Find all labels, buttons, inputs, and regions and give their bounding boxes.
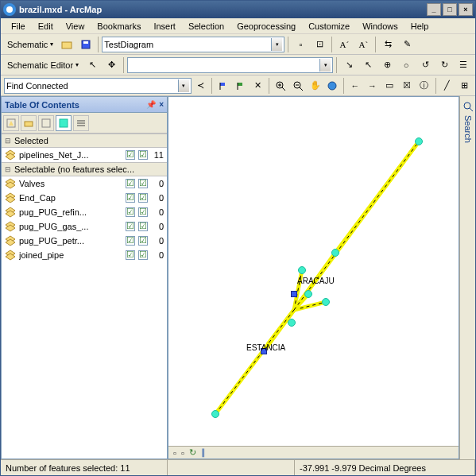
- map-label: ARACAJU: [297, 277, 335, 285]
- maximize-button[interactable]: □: [443, 3, 457, 16]
- menu-geoprocessing[interactable]: Geoprocessing: [231, 20, 301, 33]
- solve-icon[interactable]: ≺: [193, 77, 209, 95]
- t1-icon[interactable]: ╱: [439, 77, 455, 95]
- menu-help[interactable]: Help: [405, 20, 435, 33]
- decrease-text-icon[interactable]: A´: [335, 36, 353, 53]
- refresh-icon[interactable]: ↻: [189, 447, 196, 458]
- list-by-visibility-icon[interactable]: [38, 115, 54, 131]
- diagram-combo[interactable]: ▾: [102, 37, 284, 52]
- save-diagram-icon[interactable]: [77, 36, 95, 53]
- schematic-link-icon[interactable]: ⇆: [379, 36, 397, 53]
- toc-title: Table Of Contents: [5, 100, 79, 110]
- selectable-toggle[interactable]: [126, 179, 135, 188]
- selection-count: 0: [151, 222, 164, 231]
- toc-section[interactable]: Selected: [2, 134, 167, 148]
- flag-blue-icon[interactable]: [215, 77, 231, 95]
- menu-selection[interactable]: Selection: [183, 20, 230, 33]
- list-by-drawing-icon[interactable]: [3, 115, 19, 131]
- schematic-editor-menu[interactable]: Schematic Editor: [4, 59, 82, 72]
- menu-edit[interactable]: Edit: [33, 20, 59, 33]
- map-node: [322, 298, 330, 306]
- schematic-menu[interactable]: Schematic: [4, 38, 56, 51]
- visible-toggle[interactable]: [138, 236, 148, 246]
- toc-layer-row[interactable]: pug_PUG_petr...0: [2, 234, 167, 248]
- menu-windows[interactable]: Windows: [357, 20, 404, 33]
- selectable-toggle[interactable]: [126, 150, 135, 160]
- menu-view[interactable]: View: [60, 20, 91, 33]
- layout-view-tab[interactable]: ▫: [181, 448, 184, 458]
- edit-tool-icon[interactable]: ↖: [83, 56, 101, 74]
- trace-task-input[interactable]: [6, 79, 178, 92]
- visible-toggle[interactable]: [138, 222, 148, 231]
- visible-toggle[interactable]: [138, 207, 148, 217]
- list-by-selection-icon[interactable]: [56, 115, 72, 131]
- pan-icon[interactable]: ✋: [308, 77, 323, 95]
- na2-icon[interactable]: ↖: [359, 56, 377, 74]
- map-node: [331, 249, 339, 257]
- menu-customize[interactable]: Customize: [303, 20, 355, 33]
- visible-toggle[interactable]: [138, 150, 148, 160]
- toc-layer-row[interactable]: joined_pipe0: [2, 248, 167, 262]
- toc-layer-row[interactable]: Valves0: [2, 176, 167, 191]
- layer-icon: [5, 221, 16, 232]
- toc-close-icon[interactable]: ×: [159, 100, 164, 109]
- menu-bookmarks[interactable]: Bookmarks: [91, 20, 146, 33]
- barrier-icon[interactable]: ✕: [250, 77, 266, 95]
- selectable-toggle[interactable]: [126, 207, 135, 217]
- identify-icon[interactable]: ⓘ: [416, 77, 432, 95]
- list-by-source-icon[interactable]: [21, 115, 37, 131]
- na4-icon[interactable]: ○: [397, 56, 415, 74]
- svg-line-57: [470, 108, 473, 111]
- toc-section[interactable]: Selectable (no features selec...: [2, 162, 167, 176]
- selectable-toggle[interactable]: [126, 250, 135, 260]
- close-button[interactable]: ×: [459, 3, 473, 16]
- minimize-button[interactable]: _: [427, 3, 441, 16]
- zoom-in-icon[interactable]: [273, 77, 288, 95]
- update-icon[interactable]: ⊡: [311, 36, 328, 53]
- editor-combo[interactable]: ▾: [127, 57, 333, 73]
- open-diagram-icon[interactable]: [58, 36, 75, 53]
- full-extent-icon[interactable]: [324, 77, 340, 95]
- na7-icon[interactable]: ☰: [455, 56, 472, 74]
- prev-extent-icon[interactable]: ←: [347, 77, 363, 95]
- window-title: brazil.mxd - ArcMap: [19, 5, 102, 14]
- increase-text-icon[interactable]: A`: [354, 36, 372, 53]
- selectable-toggle[interactable]: [126, 222, 135, 231]
- flag-green-icon[interactable]: [233, 77, 249, 95]
- diagram-input[interactable]: [104, 38, 271, 51]
- pin-icon[interactable]: 📌: [146, 100, 156, 109]
- toc-options-icon[interactable]: [73, 115, 89, 131]
- na6-icon[interactable]: ↻: [435, 56, 453, 74]
- toc-layer-row[interactable]: End_Cap0: [2, 191, 167, 205]
- t2-icon[interactable]: ⊞: [456, 77, 472, 95]
- menu-file[interactable]: File: [6, 20, 31, 33]
- na5-icon[interactable]: ↺: [416, 56, 434, 74]
- select-icon[interactable]: ▭: [381, 77, 397, 95]
- selectable-toggle[interactable]: [126, 236, 135, 246]
- data-view-tab[interactable]: ▫: [173, 448, 176, 458]
- svg-rect-1: [62, 42, 72, 48]
- toc-layer-row[interactable]: pug_PUG_refin...0: [2, 205, 167, 219]
- clear-sel-icon[interactable]: ☒: [399, 77, 415, 95]
- map-canvas[interactable]: ARACAJUESTANCIA ▫ ▫ ↻ ∥: [168, 96, 459, 459]
- zoom-out-icon[interactable]: [290, 77, 306, 95]
- visible-toggle[interactable]: [138, 250, 148, 260]
- menu-insert[interactable]: Insert: [148, 20, 181, 33]
- toc-pane: Table Of Contents 📌 × Selectedpipelines_…: [1, 96, 168, 459]
- next-extent-icon[interactable]: →: [365, 77, 381, 95]
- svg-line-9: [282, 87, 285, 91]
- selectable-toggle[interactable]: [126, 193, 135, 203]
- layer-name: pipelines_Net_J...: [19, 150, 122, 160]
- move-tool-icon[interactable]: ✥: [103, 56, 120, 74]
- na1-icon[interactable]: ↘: [340, 56, 358, 74]
- propagate-icon[interactable]: ▫: [292, 36, 309, 53]
- trace-task-combo[interactable]: ▾: [4, 78, 192, 94]
- na3-icon[interactable]: ⊕: [378, 56, 396, 74]
- search-tab[interactable]: Search: [459, 96, 475, 459]
- schematic-tool-icon[interactable]: ✎: [398, 36, 416, 53]
- visible-toggle[interactable]: [138, 193, 148, 203]
- pause-icon[interactable]: ∥: [201, 447, 206, 458]
- toc-layer-row[interactable]: pipelines_Net_J...11: [2, 148, 167, 162]
- visible-toggle[interactable]: [138, 179, 148, 188]
- toc-layer-row[interactable]: pug_PUG_gas_...0: [2, 219, 167, 234]
